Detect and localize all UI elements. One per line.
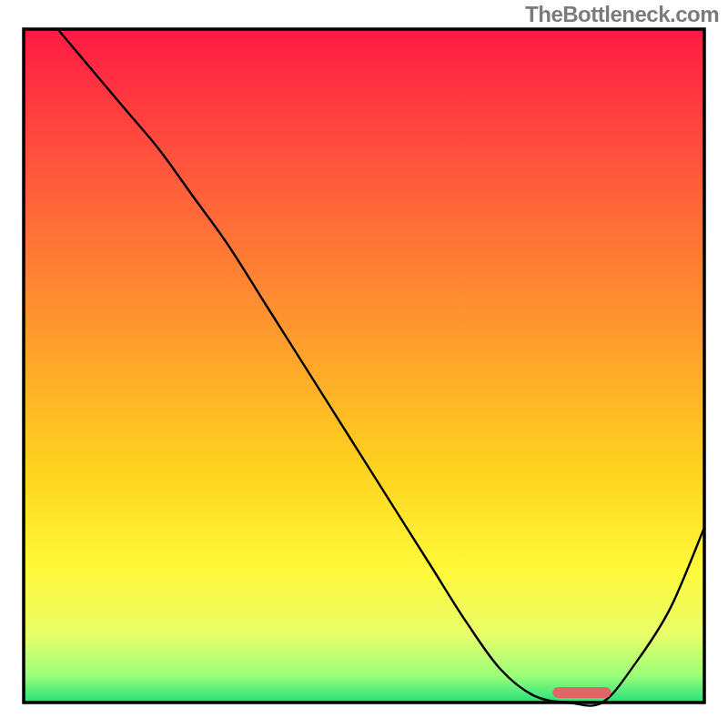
chart-container: TheBottleneck.com: [0, 0, 728, 728]
bottleneck-chart: [0, 0, 728, 728]
watermark-text: TheBottleneck.com: [525, 2, 719, 27]
plot-background: [24, 29, 704, 703]
marker-pill: [552, 687, 611, 698]
